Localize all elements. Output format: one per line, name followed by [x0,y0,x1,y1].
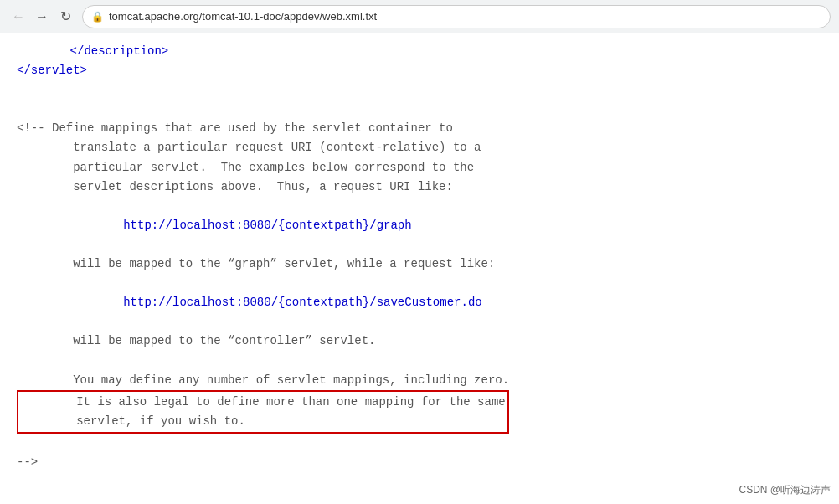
back-button[interactable]: ← [8,7,28,27]
url-text: tomcat.apache.org/tomcat-10.1-doc/appdev… [109,10,377,23]
highlight-line-2: servlet, if you wish to. [20,412,506,431]
browser-chrome: ← → ↻ 🔒 tomcat.apache.org/tomcat-10.1-do… [0,0,839,33]
blank-line-1 [17,80,814,100]
blank-line-8 [17,434,814,453]
url-line-1: http://localhost:8080/{contextpath}/grap… [67,216,814,235]
address-bar[interactable]: 🔒 tomcat.apache.org/tomcat-10.1-doc/appd… [82,5,831,28]
comment-close: --> [17,453,814,472]
reload-button[interactable]: ↻ [55,7,75,27]
blank-line-7 [17,352,814,371]
comment-line-4: servlet descriptions above. Thus, a requ… [17,177,814,197]
page-content: </description> </servlet> <!-- Define ma… [0,33,839,504]
comment-line-3: particular servlet. The examples below c… [17,158,814,177]
line-servlet-close: </servlet> [17,61,814,80]
line-description-close: </description> [42,42,814,61]
blank-line-5 [17,274,814,293]
lock-icon: 🔒 [91,11,104,23]
browser-window: ← → ↻ 🔒 tomcat.apache.org/tomcat-10.1-do… [0,0,839,504]
comment-line-5: will be mapped to the “graph” servlet, w… [17,255,814,274]
comment-line-6: will be mapped to the “controller” servl… [17,332,814,351]
highlighted-text-box: It is also legal to define more than one… [17,390,509,434]
blank-line-2 [17,100,814,119]
forward-button[interactable]: → [32,7,52,27]
url-line-2: http://localhost:8080/{contextpath}/save… [67,293,814,312]
blank-line-3 [17,197,814,216]
comment-line-2: translate a particular request URI (cont… [17,138,814,157]
comment-open: <!-- Define mappings that are used by th… [17,119,814,138]
comment-line-7: You may define any number of servlet map… [17,371,814,390]
blank-line-4 [17,235,814,255]
blank-line-6 [17,312,814,332]
watermark: CSDN @听海边涛声 [739,483,831,497]
comment-block: <!-- Define mappings that are used by th… [17,119,814,472]
nav-buttons: ← → ↻ [8,7,75,27]
highlight-line-1: It is also legal to define more than one… [20,393,506,412]
